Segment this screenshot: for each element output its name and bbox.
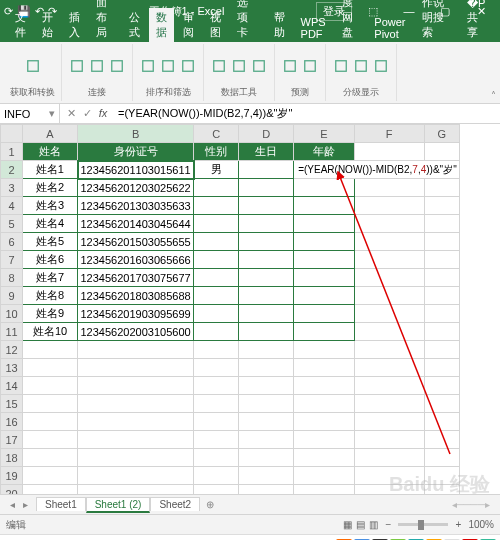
cell[interactable] bbox=[294, 485, 355, 495]
cell[interactable] bbox=[294, 323, 355, 341]
cell[interactable] bbox=[78, 395, 194, 413]
ribbon-command-icon[interactable] bbox=[24, 57, 42, 75]
cell[interactable] bbox=[239, 161, 294, 179]
cell[interactable] bbox=[194, 233, 239, 251]
cell[interactable] bbox=[424, 395, 459, 413]
ribbon-tab[interactable]: 审阅 bbox=[176, 8, 201, 42]
ribbon-command-icon[interactable] bbox=[210, 57, 228, 75]
cell[interactable] bbox=[194, 431, 239, 449]
cell[interactable] bbox=[354, 413, 424, 431]
ribbon-command-icon[interactable] bbox=[139, 57, 157, 75]
row-header[interactable]: 6 bbox=[1, 233, 23, 251]
row-header[interactable]: 18 bbox=[1, 449, 23, 467]
row-header[interactable]: 16 bbox=[1, 413, 23, 431]
cell[interactable] bbox=[78, 467, 194, 485]
table-header-cell[interactable]: 身份证号 bbox=[78, 143, 194, 161]
sheet-nav-prev-icon[interactable]: ◂ bbox=[10, 499, 15, 510]
cell[interactable] bbox=[354, 485, 424, 495]
cell[interactable] bbox=[424, 287, 459, 305]
cell[interactable] bbox=[194, 413, 239, 431]
cell[interactable] bbox=[294, 269, 355, 287]
cell[interactable] bbox=[294, 341, 355, 359]
column-header[interactable]: D bbox=[239, 125, 294, 143]
ribbon-command-icon[interactable] bbox=[372, 57, 390, 75]
cell[interactable] bbox=[239, 449, 294, 467]
view-break-icon[interactable]: ▥ bbox=[369, 519, 378, 530]
cell[interactable] bbox=[239, 467, 294, 485]
cell[interactable] bbox=[354, 269, 424, 287]
cell[interactable] bbox=[354, 233, 424, 251]
row-header[interactable]: 19 bbox=[1, 467, 23, 485]
cell[interactable] bbox=[424, 359, 459, 377]
cell[interactable] bbox=[23, 359, 78, 377]
ribbon-command-icon[interactable] bbox=[230, 57, 248, 75]
cell[interactable] bbox=[424, 269, 459, 287]
cell[interactable] bbox=[354, 449, 424, 467]
cell[interactable] bbox=[239, 431, 294, 449]
cell[interactable]: 姓名8 bbox=[23, 287, 78, 305]
share-button[interactable]: �P 共享 bbox=[460, 0, 492, 42]
row-header[interactable]: 7 bbox=[1, 251, 23, 269]
cell[interactable] bbox=[194, 485, 239, 495]
formula-display-cell[interactable]: =(YEAR(NOW())-MID(B2,7,4))&"岁" bbox=[294, 161, 460, 179]
cell[interactable]: 姓名6 bbox=[23, 251, 78, 269]
ribbon-tab[interactable]: 视图 bbox=[203, 8, 228, 42]
cell[interactable] bbox=[424, 413, 459, 431]
cell[interactable]: 123456201803085688 bbox=[78, 287, 194, 305]
cell[interactable]: 姓名2 bbox=[23, 179, 78, 197]
cell[interactable]: 姓名5 bbox=[23, 233, 78, 251]
cell[interactable]: 男 bbox=[194, 161, 239, 179]
cell[interactable]: 123456201603065666 bbox=[78, 251, 194, 269]
cell[interactable]: 姓名9 bbox=[23, 305, 78, 323]
column-header[interactable]: C bbox=[194, 125, 239, 143]
row-header[interactable]: 4 bbox=[1, 197, 23, 215]
cancel-formula-icon[interactable]: ✕ bbox=[64, 107, 78, 120]
cell[interactable] bbox=[424, 341, 459, 359]
cell[interactable] bbox=[354, 359, 424, 377]
cell[interactable] bbox=[194, 395, 239, 413]
ribbon-command-icon[interactable] bbox=[301, 57, 319, 75]
formula-bar[interactable]: =(YEAR(NOW())-MID(B2,7,4))&"岁" bbox=[114, 106, 500, 121]
cell[interactable] bbox=[354, 341, 424, 359]
cell[interactable] bbox=[78, 341, 194, 359]
ribbon-tab[interactable]: 开始 bbox=[35, 8, 60, 42]
cell[interactable]: 123456201103015611 bbox=[78, 161, 194, 179]
row-header[interactable]: 8 bbox=[1, 269, 23, 287]
cell[interactable] bbox=[239, 377, 294, 395]
cell[interactable] bbox=[354, 143, 424, 161]
cell[interactable]: 123456201703075677 bbox=[78, 269, 194, 287]
collapse-ribbon-icon[interactable]: ˄ bbox=[491, 90, 496, 101]
table-header-cell[interactable]: 性别 bbox=[194, 143, 239, 161]
cell[interactable]: 123456201403045644 bbox=[78, 215, 194, 233]
ribbon-tab[interactable]: 帮助 bbox=[267, 8, 292, 42]
cell[interactable]: 123456202003105600 bbox=[78, 323, 194, 341]
column-header[interactable]: G bbox=[424, 125, 459, 143]
cell[interactable] bbox=[239, 233, 294, 251]
cell[interactable] bbox=[294, 395, 355, 413]
cell[interactable] bbox=[239, 179, 294, 197]
row-header[interactable]: 14 bbox=[1, 377, 23, 395]
row-header[interactable]: 1 bbox=[1, 143, 23, 161]
cell[interactable] bbox=[23, 467, 78, 485]
cell[interactable] bbox=[239, 269, 294, 287]
cell[interactable] bbox=[424, 323, 459, 341]
cell[interactable] bbox=[424, 305, 459, 323]
cell[interactable] bbox=[354, 179, 424, 197]
row-header[interactable]: 3 bbox=[1, 179, 23, 197]
cell[interactable] bbox=[194, 215, 239, 233]
sheet-tab[interactable]: Sheet1 bbox=[36, 497, 86, 511]
ribbon-tab[interactable]: 页面布局 bbox=[89, 0, 120, 42]
column-header[interactable]: A bbox=[23, 125, 78, 143]
column-header[interactable]: F bbox=[354, 125, 424, 143]
cell[interactable]: 姓名4 bbox=[23, 215, 78, 233]
cell[interactable] bbox=[239, 197, 294, 215]
select-all-corner[interactable] bbox=[1, 125, 23, 143]
cell[interactable] bbox=[23, 395, 78, 413]
ribbon-command-icon[interactable] bbox=[108, 57, 126, 75]
cell[interactable]: 123456201303035633 bbox=[78, 197, 194, 215]
ribbon-tab[interactable]: Power Pivot bbox=[367, 14, 412, 42]
zoom-level[interactable]: 100% bbox=[468, 519, 494, 530]
cell[interactable] bbox=[194, 341, 239, 359]
cell[interactable] bbox=[294, 377, 355, 395]
cell[interactable] bbox=[78, 413, 194, 431]
